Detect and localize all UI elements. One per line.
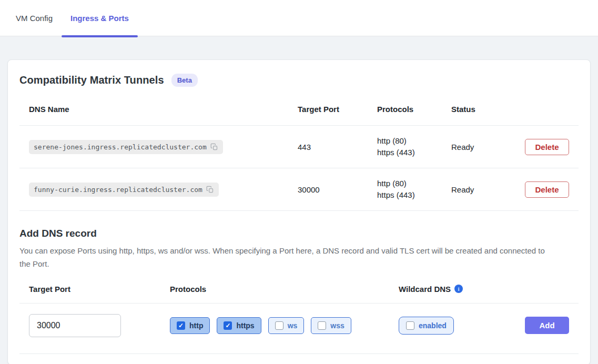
dns-name-text: funny-curie.ingress.replicatedcluster.co… — [34, 186, 202, 194]
form-header-target-port: Target Port — [29, 285, 170, 294]
table-header-row: DNS Name Target Port Protocols Status — [19, 94, 579, 125]
table-row: serene-jones.ingress.replicatedcluster.c… — [19, 126, 579, 168]
protocol-line: http (80) — [377, 135, 451, 147]
tunnels-card: Compatibility Matrix Tunnels Beta DNS Na… — [7, 59, 591, 364]
add-dns-description: You can expose Ports using http, https, … — [19, 245, 553, 271]
dns-name-text: serene-jones.ingress.replicatedcluster.c… — [34, 143, 207, 151]
form-header-row: Target Port Protocols Wildcard DNS i — [19, 285, 579, 303]
copy-icon[interactable] — [206, 186, 214, 194]
divider — [19, 353, 579, 354]
checkbox-checked-icon: ✓ — [224, 321, 232, 330]
add-dns-form-row: ✓ http ✓ https ws wss — [19, 304, 579, 346]
tab-ingress-ports[interactable]: Ingress & Ports — [62, 0, 138, 36]
target-port-value: 30000 — [298, 185, 377, 194]
col-header-protocols: Protocols — [377, 105, 451, 114]
add-button[interactable]: Add — [525, 317, 569, 334]
col-header-target-port: Target Port — [298, 105, 377, 114]
protocol-checkbox-group: ✓ http ✓ https ws wss — [170, 317, 399, 334]
checkbox-label: enabled — [419, 321, 447, 330]
tab-vm-config[interactable]: VM Config — [7, 0, 62, 36]
divider — [19, 210, 579, 211]
delete-button[interactable]: Delete — [525, 139, 569, 155]
protocol-line: https (443) — [377, 189, 451, 201]
table-row: funny-curie.ingress.replicatedcluster.co… — [19, 168, 579, 210]
page-body: Compatibility Matrix Tunnels Beta DNS Na… — [0, 36, 598, 364]
dns-name-pill: funny-curie.ingress.replicatedcluster.co… — [29, 183, 219, 197]
checkbox-wildcard-enabled[interactable]: enabled — [399, 317, 454, 335]
card-title: Compatibility Matrix Tunnels — [19, 74, 164, 86]
col-header-dns-name: DNS Name — [29, 105, 298, 114]
checkbox-label: ws — [288, 321, 298, 330]
delete-button[interactable]: Delete — [525, 181, 569, 198]
checkbox-wss[interactable]: wss — [311, 317, 351, 334]
copy-icon[interactable] — [210, 143, 218, 151]
checkbox-https[interactable]: ✓ https — [217, 317, 261, 334]
card-header: Compatibility Matrix Tunnels Beta — [19, 74, 579, 87]
protocol-line: http (80) — [377, 178, 451, 189]
checkbox-unchecked-icon — [406, 321, 414, 330]
protocol-line: https (443) — [377, 147, 451, 158]
checkbox-http[interactable]: ✓ http — [170, 317, 210, 334]
status-value: Ready — [451, 143, 524, 151]
checkbox-checked-icon: ✓ — [177, 321, 185, 330]
tab-bar: VM Config Ingress & Ports — [0, 0, 598, 36]
checkbox-unchecked-icon — [318, 321, 326, 330]
status-value: Ready — [451, 185, 524, 194]
checkbox-label: wss — [330, 321, 344, 330]
col-header-status: Status — [451, 105, 524, 114]
add-dns-title: Add DNS record — [19, 228, 579, 239]
form-header-wildcard-dns: Wildcard DNS — [399, 285, 451, 294]
info-icon[interactable]: i — [454, 285, 463, 293]
beta-badge: Beta — [171, 74, 198, 87]
dns-name-pill: serene-jones.ingress.replicatedcluster.c… — [29, 140, 223, 154]
checkbox-unchecked-icon — [275, 321, 283, 330]
target-port-input[interactable] — [29, 314, 121, 337]
target-port-value: 443 — [298, 143, 377, 151]
checkbox-ws[interactable]: ws — [268, 317, 305, 334]
checkbox-label: https — [236, 321, 254, 330]
checkbox-label: http — [189, 321, 203, 330]
form-header-protocols: Protocols — [170, 285, 399, 294]
